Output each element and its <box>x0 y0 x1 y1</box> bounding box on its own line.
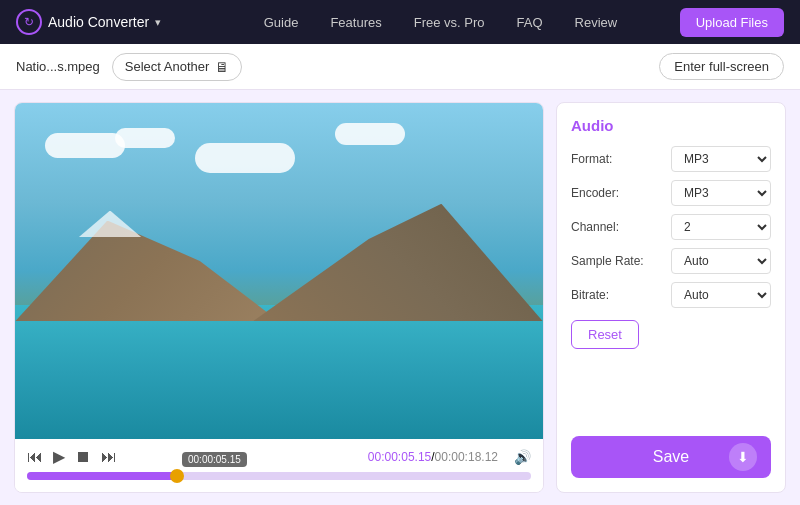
time-tooltip: 00:00:05.15 <box>182 452 247 467</box>
select-another-button[interactable]: Select Another 🖥 <box>112 53 243 81</box>
rewind-button[interactable]: ⏮ <box>27 448 43 466</box>
format-select[interactable]: MP3 AAC WAV FLAC <box>671 146 771 172</box>
save-label: Save <box>653 448 689 466</box>
monitor-icon: 🖥 <box>215 59 229 75</box>
bitrate-select[interactable]: Auto 128k 192k 320k <box>671 282 771 308</box>
stop-button[interactable]: ⏹ <box>75 448 91 466</box>
mountain-left <box>15 221 279 322</box>
fullscreen-button[interactable]: Enter full-screen <box>659 53 784 80</box>
video-preview <box>15 103 543 439</box>
sample-rate-label: Sample Rate: <box>571 254 644 268</box>
save-icon: ⬇ <box>729 443 757 471</box>
mountain-snow <box>78 211 141 238</box>
channel-select[interactable]: 2 1 <box>671 214 771 240</box>
cloud-1 <box>45 133 125 158</box>
player-controls: ⏮ ▶ ⏹ ⏭ 00:00:05.15/00:00:18.12 🔊 00:00:… <box>15 439 543 492</box>
lake <box>15 305 543 439</box>
cloud-4 <box>335 123 405 145</box>
channel-row: Channel: 2 1 <box>571 214 771 240</box>
nav-review[interactable]: Review <box>575 15 618 30</box>
progress-track[interactable] <box>27 472 531 480</box>
encoder-label: Encoder: <box>571 186 619 200</box>
progress-fill <box>27 472 183 480</box>
progress-thumb[interactable] <box>170 469 184 483</box>
upload-files-button[interactable]: Upload Files <box>680 8 784 37</box>
sample-rate-select[interactable]: Auto 44100 48000 <box>671 248 771 274</box>
logo-icon: ↻ <box>16 9 42 35</box>
time-total: 00:00:18.12 <box>435 450 498 464</box>
logo[interactable]: ↻ Audio Converter ▾ <box>16 9 161 35</box>
play-button[interactable]: ▶ <box>53 447 65 466</box>
sample-rate-row: Sample Rate: Auto 44100 48000 <box>571 248 771 274</box>
settings-form: Format: MP3 AAC WAV FLAC Encoder: MP3 AA… <box>571 146 771 424</box>
settings-title: Audio <box>571 117 771 134</box>
save-button[interactable]: Save ⬇ <box>571 436 771 478</box>
encoder-select[interactable]: MP3 AAC <box>671 180 771 206</box>
nav-free-vs-pro[interactable]: Free vs. Pro <box>414 15 485 30</box>
video-panel: ⏮ ▶ ⏹ ⏭ 00:00:05.15/00:00:18.12 🔊 00:00:… <box>14 102 544 493</box>
format-label: Format: <box>571 152 612 166</box>
cloud-3 <box>195 143 295 173</box>
select-another-label: Select Another <box>125 59 210 74</box>
controls-row: ⏮ ▶ ⏹ ⏭ 00:00:05.15/00:00:18.12 🔊 <box>27 447 531 466</box>
nav-guide[interactable]: Guide <box>264 15 299 30</box>
main-nav: Guide Features Free vs. Pro FAQ Review <box>201 15 680 30</box>
progress-container[interactable]: 00:00:05.15 <box>27 470 531 488</box>
mountain-right <box>253 204 543 322</box>
fast-forward-button[interactable]: ⏭ <box>101 448 117 466</box>
settings-panel: Audio Format: MP3 AAC WAV FLAC Encoder: … <box>556 102 786 493</box>
bitrate-row: Bitrate: Auto 128k 192k 320k <box>571 282 771 308</box>
time-current: 00:00:05.15 <box>368 450 431 464</box>
header: ↻ Audio Converter ▾ Guide Features Free … <box>0 0 800 44</box>
video-container <box>15 103 543 439</box>
bitrate-label: Bitrate: <box>571 288 609 302</box>
format-row: Format: MP3 AAC WAV FLAC <box>571 146 771 172</box>
logo-label: Audio Converter <box>48 14 149 30</box>
main-content: ⏮ ▶ ⏹ ⏭ 00:00:05.15/00:00:18.12 🔊 00:00:… <box>0 90 800 505</box>
cloud-2 <box>115 128 175 148</box>
logo-dropdown-icon[interactable]: ▾ <box>155 16 161 29</box>
nav-features[interactable]: Features <box>330 15 381 30</box>
file-name: Natio...s.mpeg <box>16 59 100 74</box>
channel-label: Channel: <box>571 220 619 234</box>
save-section: Save ⬇ <box>571 424 771 478</box>
reset-button[interactable]: Reset <box>571 320 639 349</box>
volume-icon[interactable]: 🔊 <box>514 449 531 465</box>
toolbar: Natio...s.mpeg Select Another 🖥 Enter fu… <box>0 44 800 90</box>
nav-faq[interactable]: FAQ <box>517 15 543 30</box>
encoder-row: Encoder: MP3 AAC <box>571 180 771 206</box>
time-display: 00:00:05.15/00:00:18.12 <box>368 450 498 464</box>
